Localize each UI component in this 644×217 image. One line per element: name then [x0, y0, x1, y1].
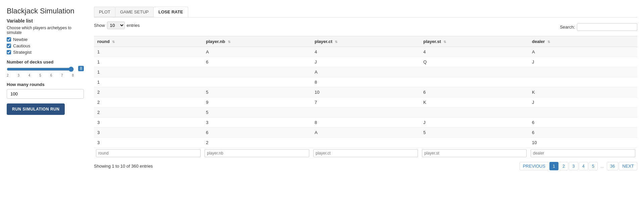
showing-text: Showing 1 to 10 of 360 entries: [94, 164, 153, 169]
rounds-input[interactable]: [7, 89, 84, 99]
filter-cell-4: [529, 148, 637, 159]
page-button-4[interactable]: 4: [579, 162, 588, 170]
filter-input-playernb[interactable]: [205, 149, 309, 157]
cell-player_ct: J: [311, 57, 420, 67]
player-checkbox-strategist[interactable]: [7, 50, 11, 54]
table-row: 16JQJ: [94, 57, 637, 67]
cell-player_nb: A: [203, 47, 311, 57]
cell-round: 3: [94, 118, 203, 128]
table-row: 18: [94, 77, 637, 87]
player-checkbox-item-2: Strategist: [7, 50, 84, 55]
page-button-5[interactable]: 5: [589, 162, 598, 170]
sort-icon: ⇅: [335, 40, 337, 44]
page-button-1[interactable]: 1: [549, 162, 558, 170]
player-label-strategist: Strategist: [13, 50, 32, 55]
filter-input-dealer[interactable]: [531, 149, 635, 157]
cell-dealer: [529, 107, 637, 118]
slider-badge: 8: [78, 66, 84, 71]
cell-round: 2: [94, 97, 203, 107]
cell-player_st: [420, 67, 529, 77]
page-button-2[interactable]: 2: [559, 162, 568, 170]
cell-dealer: J: [529, 57, 637, 67]
entries-select[interactable]: 5102550100: [107, 21, 125, 29]
cell-player_nb: 2: [203, 138, 311, 148]
sort-icon: ⇅: [112, 40, 115, 44]
cell-dealer: J: [529, 97, 637, 107]
cell-round: 1: [94, 57, 203, 67]
table-row: 3210: [94, 138, 637, 148]
rounds-label: How many rounds: [7, 82, 84, 87]
cell-player_st: K: [420, 97, 529, 107]
cell-player_nb: 3: [203, 118, 311, 128]
cell-player_nb: 6: [203, 128, 311, 138]
cell-player_ct: A: [311, 67, 420, 77]
decks-slider[interactable]: [7, 67, 74, 72]
cell-player_nb: [203, 77, 311, 87]
choose-label: Choose which players archetypes to simul…: [7, 26, 84, 35]
cell-dealer: K: [529, 87, 637, 97]
pagination: PREVIOUS12345...36NEXT: [520, 162, 637, 170]
app-title: Blackjack Simulation: [7, 7, 84, 15]
cell-round: 1: [94, 47, 203, 57]
cell-player_ct: A: [311, 128, 420, 138]
cell-player_st: [420, 138, 529, 148]
col-header-player_st[interactable]: player.st ⇅: [420, 36, 529, 47]
filter-input-round[interactable]: [96, 149, 201, 157]
page-button-last[interactable]: 36: [607, 162, 618, 170]
cell-player_nb: [203, 67, 311, 77]
cell-dealer: A: [529, 47, 637, 57]
filter-input-playerst[interactable]: [422, 149, 527, 157]
cell-player_nb: 9: [203, 97, 311, 107]
cell-player_st: [420, 107, 529, 118]
variable-list-title: Variable list: [7, 18, 84, 24]
cell-player_st: J: [420, 118, 529, 128]
cell-player_st: 5: [420, 128, 529, 138]
prev-button[interactable]: PREVIOUS: [520, 162, 549, 170]
search-label: Search:: [560, 25, 575, 30]
col-header-dealer[interactable]: dealer ⇅: [529, 36, 637, 47]
player-checkbox-newbie[interactable]: [7, 37, 11, 42]
filter-cell-2: [311, 148, 420, 159]
cell-round: 3: [94, 138, 203, 148]
table-row: 25: [94, 107, 637, 118]
filter-input-playerct[interactable]: [313, 149, 418, 157]
page-button-3[interactable]: 3: [569, 162, 578, 170]
entries-label: entries: [127, 23, 140, 28]
cell-player_nb: 6: [203, 57, 311, 67]
slider-tick: 5: [39, 74, 41, 77]
cell-player_nb: 5: [203, 87, 311, 97]
col-header-player_nb[interactable]: player.nb ⇅: [203, 36, 311, 47]
slider-tick: 8: [72, 74, 74, 77]
decks-label: Number of decks used: [7, 59, 84, 64]
cell-player_st: Q: [420, 57, 529, 67]
col-header-round[interactable]: round ⇅: [94, 36, 203, 47]
cell-player_st: 4: [420, 47, 529, 57]
table-row: 297KJ: [94, 97, 637, 107]
slider-tick: 3: [17, 74, 19, 77]
run-simulation-button[interactable]: RUN SIMULATION RUN: [7, 103, 65, 115]
tab-game-setup[interactable]: GAME SETUP: [115, 7, 154, 17]
data-table: round ⇅player.nb ⇅player.ct ⇅player.st ⇅…: [94, 36, 637, 159]
next-button[interactable]: NEXT: [619, 162, 637, 170]
player-checkbox-cautious[interactable]: [7, 44, 11, 48]
table-row: 1A44A: [94, 47, 637, 57]
table-row: 338J6: [94, 118, 637, 128]
tab-lose-rate[interactable]: LOSE RATE: [153, 7, 188, 17]
cell-player_ct: [311, 138, 420, 148]
cell-player_ct: 8: [311, 118, 420, 128]
cell-player_st: [420, 77, 529, 87]
col-header-player_ct[interactable]: player.ct ⇅: [311, 36, 420, 47]
cell-player_ct: 7: [311, 97, 420, 107]
cell-round: 1: [94, 67, 203, 77]
slider-tick: 6: [50, 74, 52, 77]
cell-dealer: 6: [529, 128, 637, 138]
search-input[interactable]: [577, 23, 637, 31]
tab-plot[interactable]: PLOT: [94, 7, 115, 17]
show-entries: Show 5102550100 entries: [94, 21, 140, 29]
slider-tick: 2: [7, 74, 9, 77]
pagination-ellipsis: ...: [598, 162, 606, 170]
filter-cell-3: [420, 148, 529, 159]
cell-round: 2: [94, 87, 203, 97]
slider-tick: 4: [29, 74, 31, 77]
tabs-container: PLOTGAME SETUPLOSE RATE: [94, 7, 637, 17]
